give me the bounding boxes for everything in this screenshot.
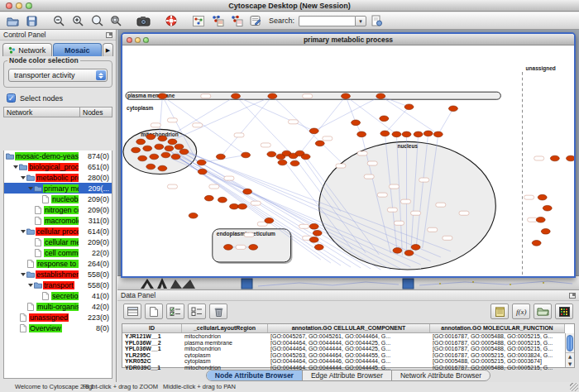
tab-overflow-button[interactable]: ▶ (103, 43, 113, 56)
tree-row[interactable]: establishment of lo558(0) (4, 269, 112, 280)
table-row[interactable]: YPL036W__1mitochondrion[GO:0044464, GO:0… (122, 346, 565, 352)
destroy-view-button[interactable] (227, 13, 245, 28)
float-panel-icon[interactable] (106, 32, 112, 38)
graph-node[interactable] (376, 93, 385, 99)
zoom-out-button[interactable] (50, 13, 68, 28)
column-header-id[interactable]: ID (122, 324, 182, 332)
tab-node-attribute-browser[interactable]: Node Attribute Browser (207, 370, 303, 380)
graph-node[interactable] (380, 116, 389, 122)
network-zoom-button[interactable] (143, 37, 149, 43)
zoom-selected-button[interactable] (108, 13, 125, 28)
graph-node[interactable] (448, 106, 457, 112)
delete-attribute-button[interactable] (209, 304, 227, 319)
zoom-button[interactable] (26, 2, 32, 9)
scroll-down-icon[interactable]: ▼ (566, 361, 574, 368)
create-view-button[interactable] (208, 13, 226, 28)
tree-row[interactable]: unassigned223(0) (4, 312, 112, 323)
graph-node[interactable] (218, 197, 227, 203)
column-header-molecular-function[interactable]: annotation.GO MOLECULAR_FUNCTION (430, 324, 565, 332)
graph-node[interactable] (290, 160, 299, 166)
annotation-button[interactable] (246, 13, 264, 28)
graph-node[interactable] (136, 139, 146, 145)
network-window[interactable]: primary metabolic process nucleusmitocho… (121, 32, 576, 278)
graph-node[interactable] (404, 104, 414, 110)
table-scrollbar[interactable]: ▲▼ (565, 333, 574, 367)
network-minimize-button[interactable] (135, 37, 141, 43)
expander-icon[interactable] (21, 176, 26, 182)
graph-node[interactable] (433, 131, 443, 137)
tree-column-network[interactable]: Network (3, 107, 79, 117)
graph-node[interactable] (423, 131, 433, 136)
tree-row[interactable]: primary metabolic process209(... (4, 183, 112, 194)
tree-row[interactable]: transport558(0) (4, 280, 112, 290)
graph-node[interactable] (352, 120, 361, 126)
graph-node[interactable] (342, 93, 351, 99)
graph-node[interactable] (242, 152, 251, 158)
tab-mosaic[interactable]: Mosaic (53, 43, 103, 56)
network-view-button[interactable] (189, 13, 207, 28)
graph-node[interactable] (301, 154, 310, 160)
column-header-cellular-component[interactable]: annotation.GO CELLULAR_COMPONENT (268, 324, 430, 332)
graph-node[interactable] (150, 154, 159, 160)
zoom-fit-button[interactable] (89, 13, 106, 28)
matrix-button[interactable] (555, 304, 573, 319)
tree-row[interactable]: biological_process651(0) (4, 161, 112, 172)
new-attribute-button[interactable] (145, 304, 163, 319)
graph-node[interactable] (414, 131, 423, 137)
graph-node[interactable] (249, 245, 258, 251)
column-header-region[interactable]: _cellularLayoutRegion (182, 324, 268, 332)
expander-icon[interactable] (21, 230, 26, 236)
graph-node[interactable] (536, 217, 545, 222)
search-input[interactable] (299, 16, 355, 26)
graph-node[interactable] (267, 151, 276, 157)
tab-edge-attribute-browser[interactable]: Edge Attribute Browser (303, 370, 392, 380)
graph-node[interactable] (357, 131, 366, 137)
float-data-panel-icon[interactable] (569, 293, 576, 299)
table-row[interactable]: YLR295Ccytoplasm[GO:0045263, GO:0044464,… (122, 352, 565, 359)
table-row[interactable]: YJR121W__1mitochondrion[GO:0045267, GO:0… (122, 333, 565, 340)
table-row[interactable]: YKR052Ccytoplasm[GO:0044464, GO:0044446,… (122, 358, 565, 365)
tree-row[interactable]: nucleobase-209(0) (4, 194, 112, 204)
graph-node[interactable] (175, 144, 184, 150)
tree-row[interactable]: mosaic-demo-yeast874(0) (4, 151, 112, 161)
graph-node[interactable] (198, 169, 207, 174)
graph-node[interactable] (550, 155, 559, 161)
search-dropdown-button[interactable]: ▼ (355, 16, 366, 26)
tree-row[interactable]: cellular process614(0) (4, 226, 112, 237)
graph-node[interactable] (243, 189, 252, 194)
graph-node[interactable] (309, 128, 318, 134)
open-session-button[interactable] (4, 13, 22, 28)
graph-node[interactable] (161, 152, 170, 158)
graph-node[interactable] (158, 165, 167, 171)
table-mode-button[interactable] (123, 304, 141, 319)
search-options-button[interactable] (368, 13, 385, 28)
graph-node[interactable] (146, 164, 156, 170)
expander-icon[interactable] (28, 187, 33, 193)
graph-node[interactable] (532, 241, 541, 246)
graph-node[interactable] (392, 131, 401, 137)
unselect-attributes-button[interactable] (188, 304, 206, 319)
graph-node[interactable] (168, 139, 177, 145)
graph-node[interactable] (404, 251, 414, 256)
tree-row[interactable]: nitrogen compo209(0) (4, 204, 112, 215)
graph-node[interactable] (223, 245, 232, 251)
function-builder-button[interactable]: f(x) (512, 304, 530, 319)
graph-node[interactable] (138, 155, 147, 161)
graph-node[interactable] (314, 245, 323, 251)
tree-row[interactable]: Overview8(0) (4, 323, 112, 333)
graph-node[interactable] (538, 194, 547, 200)
tree-column-nodes[interactable]: Nodes (79, 107, 112, 117)
table-row[interactable]: YPL036W__2plasma membrane[GO:0044464, GO… (122, 340, 565, 347)
scrollbar-thumb[interactable] (567, 335, 573, 351)
graph-node[interactable] (216, 154, 225, 160)
tree-row[interactable]: cellular metabo209(0) (4, 237, 112, 247)
resize-grip[interactable] (570, 383, 578, 391)
graph-node[interactable] (238, 203, 247, 209)
expander-icon[interactable] (13, 165, 18, 171)
graph-node[interactable] (265, 218, 274, 223)
graph-node[interactable] (132, 147, 141, 153)
help-button[interactable] (162, 13, 179, 28)
graph-node[interactable] (268, 93, 277, 99)
tree-row[interactable]: response to stimulu264(0) (4, 258, 112, 269)
graph-node[interactable] (313, 231, 322, 237)
